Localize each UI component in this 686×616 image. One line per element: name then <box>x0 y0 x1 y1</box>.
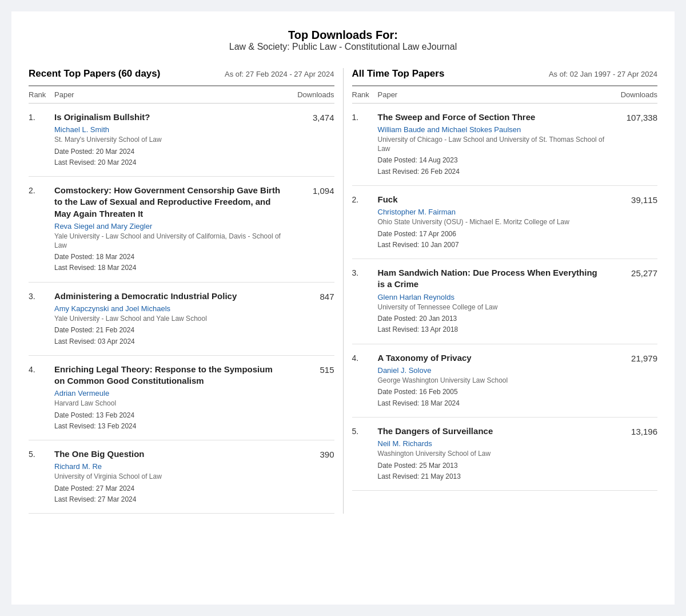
alltime-paper-row: 3. Ham Sandwich Nation: Due Process When… <box>352 259 658 344</box>
paper-date-posted: Date Posted: 16 Feb 2005 <box>378 387 607 398</box>
paper-last-revised: Last Revised: 03 Apr 2024 <box>54 336 283 347</box>
paper-info: Comstockery: How Government Censorship G… <box>54 185 283 273</box>
paper-downloads: 1,094 <box>283 185 334 273</box>
paper-authors[interactable]: Daniel J. Solove <box>378 366 607 375</box>
paper-info: A Taxonomy of Privacy Daniel J. Solove G… <box>378 352 607 409</box>
recent-col-rank: Rank <box>29 90 54 99</box>
paper-authors[interactable]: Amy Kapczynski and Joel Michaels <box>54 304 283 313</box>
paper-title[interactable]: A Taxonomy of Privacy <box>378 352 607 364</box>
paper-downloads: 13,196 <box>606 426 657 482</box>
recent-section-title: Recent Top Papers (60 days) <box>29 68 160 80</box>
paper-downloads: 39,115 <box>606 194 657 251</box>
paper-authors[interactable]: Michael L. Smith <box>54 125 283 134</box>
paper-last-revised: Last Revised: 13 Apr 2018 <box>378 324 607 335</box>
paper-downloads: 515 <box>283 364 334 432</box>
paper-downloads: 390 <box>283 448 334 505</box>
recent-paper-row: 4. Enriching Legal Theory: Response to t… <box>29 356 334 440</box>
alltime-paper-row: 1. The Sweep and Force of Section Three … <box>352 104 658 186</box>
paper-title[interactable]: Enriching Legal Theory: Response to the … <box>54 364 283 387</box>
paper-institution: University of Chicago - Law School and U… <box>378 136 607 153</box>
paper-last-revised: Last Revised: 13 Feb 2024 <box>54 421 283 432</box>
paper-institution: Harvard Law School <box>54 399 283 408</box>
paper-institution: University of Tennessee College of Law <box>378 303 607 312</box>
recent-section-header: Recent Top Papers (60 days) As of: 27 Fe… <box>29 68 334 80</box>
paper-rank: 4. <box>29 364 54 432</box>
paper-institution: Washington University School of Law <box>378 450 607 459</box>
paper-institution: Yale University - Law School and Yale La… <box>54 315 283 324</box>
paper-title[interactable]: Comstockery: How Government Censorship G… <box>54 185 283 220</box>
paper-date-posted: Date Posted: 17 Apr 2006 <box>378 229 607 240</box>
paper-date-posted: Date Posted: 27 Mar 2024 <box>54 483 283 494</box>
recent-asof: As of: 27 Feb 2024 - 27 Apr 2024 <box>225 70 334 78</box>
alltime-paper-row: 4. A Taxonomy of Privacy Daniel J. Solov… <box>352 344 658 418</box>
paper-title[interactable]: The Dangers of Surveillance <box>378 426 607 437</box>
paper-date-posted: Date Posted: 20 Mar 2024 <box>54 146 283 157</box>
paper-institution: Ohio State University (OSU) - Michael E.… <box>378 218 607 227</box>
paper-rank: 3. <box>29 291 54 347</box>
recent-paper-row: 5. The One Big Question Richard M. Re Un… <box>29 440 334 514</box>
page-subtitle: Law & Society: Public Law - Constitution… <box>23 42 663 52</box>
paper-info: The One Big Question Richard M. Re Unive… <box>54 448 283 505</box>
paper-info: Administering a Democratic Industrial Po… <box>54 291 283 347</box>
paper-title[interactable]: The One Big Question <box>54 448 283 460</box>
paper-title[interactable]: The Sweep and Force of Section Three <box>378 112 607 123</box>
paper-rank: 4. <box>352 352 378 409</box>
paper-institution: University of Virginia School of Law <box>54 472 283 482</box>
recent-table-header: Rank Paper Downloads <box>29 85 334 104</box>
page-container: Top Downloads For: Law & Society: Public… <box>11 11 675 605</box>
paper-authors[interactable]: William Baude and Michael Stokes Paulsen <box>378 125 607 134</box>
recent-paper-row: 1. Is Originalism Bullshit? Michael L. S… <box>29 104 334 177</box>
paper-rank: 1. <box>29 112 54 168</box>
paper-info: Enriching Legal Theory: Response to the … <box>54 364 283 432</box>
paper-authors[interactable]: Neil M. Richards <box>378 439 607 448</box>
paper-date-posted: Date Posted: 20 Jan 2013 <box>378 313 607 324</box>
recent-col-downloads: Downloads <box>283 90 334 99</box>
paper-authors[interactable]: Adrian Vermeule <box>54 389 283 398</box>
paper-title[interactable]: Administering a Democratic Industrial Po… <box>54 291 283 302</box>
paper-rank: 5. <box>29 448 54 505</box>
paper-title[interactable]: Ham Sandwich Nation: Due Process When Ev… <box>378 267 607 291</box>
paper-authors[interactable]: Richard M. Re <box>54 462 283 471</box>
paper-rank: 3. <box>352 267 378 335</box>
alltime-section-header: All Time Top Papers As of: 02 Jan 1997 -… <box>352 68 658 80</box>
recent-col-paper: Paper <box>54 90 283 99</box>
alltime-paper-row: 2. Fuck Christopher M. Fairman Ohio Stat… <box>352 186 658 259</box>
paper-info: Fuck Christopher M. Fairman Ohio State U… <box>378 194 607 251</box>
paper-last-revised: Last Revised: 18 Mar 2024 <box>54 263 283 273</box>
recent-column: Recent Top Papers (60 days) As of: 27 Fe… <box>23 68 340 514</box>
paper-title[interactable]: Is Originalism Bullshit? <box>54 112 283 123</box>
page-title: Top Downloads For: <box>23 29 663 42</box>
paper-authors[interactable]: Glenn Harlan Reynolds <box>378 293 607 301</box>
alltime-section-title: All Time Top Papers <box>352 68 445 80</box>
paper-rank: 5. <box>352 426 378 482</box>
paper-downloads: 3,474 <box>283 112 334 168</box>
paper-info: Ham Sandwich Nation: Due Process When Ev… <box>378 267 607 335</box>
recent-papers-list: 1. Is Originalism Bullshit? Michael L. S… <box>29 104 334 514</box>
paper-last-revised: Last Revised: 27 Mar 2024 <box>54 494 283 505</box>
recent-paper-row: 3. Administering a Democratic Industrial… <box>29 283 334 356</box>
paper-last-revised: Last Revised: 18 Mar 2024 <box>378 398 607 409</box>
paper-institution: St. Mary's University School of Law <box>54 136 283 145</box>
paper-downloads: 25,277 <box>606 267 657 335</box>
alltime-table-header: Rank Paper Downloads <box>352 85 658 104</box>
paper-downloads: 107,338 <box>606 112 657 177</box>
paper-last-revised: Last Revised: 10 Jan 2007 <box>378 240 607 251</box>
alltime-papers-list: 1. The Sweep and Force of Section Three … <box>352 104 658 491</box>
paper-last-revised: Last Revised: 21 May 2013 <box>378 471 607 482</box>
columns-layout: Recent Top Papers (60 days) As of: 27 Fe… <box>23 68 663 514</box>
paper-authors[interactable]: Reva Siegel and Mary Ziegler <box>54 222 283 230</box>
paper-info: The Sweep and Force of Section Three Wil… <box>378 112 607 177</box>
paper-title[interactable]: Fuck <box>378 194 607 205</box>
alltime-col-rank: Rank <box>352 90 378 99</box>
paper-date-posted: Date Posted: 13 Feb 2024 <box>54 410 283 421</box>
paper-date-posted: Date Posted: 21 Feb 2024 <box>54 325 283 336</box>
paper-info: Is Originalism Bullshit? Michael L. Smit… <box>54 112 283 168</box>
alltime-col-downloads: Downloads <box>606 90 657 99</box>
paper-date-posted: Date Posted: 14 Aug 2023 <box>378 155 607 166</box>
paper-authors[interactable]: Christopher M. Fairman <box>378 208 607 216</box>
paper-rank: 2. <box>29 185 54 273</box>
paper-last-revised: Last Revised: 26 Feb 2024 <box>378 166 607 177</box>
paper-date-posted: Date Posted: 18 Mar 2024 <box>54 252 283 263</box>
paper-info: The Dangers of Surveillance Neil M. Rich… <box>378 426 607 482</box>
alltime-paper-row: 5. The Dangers of Surveillance Neil M. R… <box>352 418 658 491</box>
